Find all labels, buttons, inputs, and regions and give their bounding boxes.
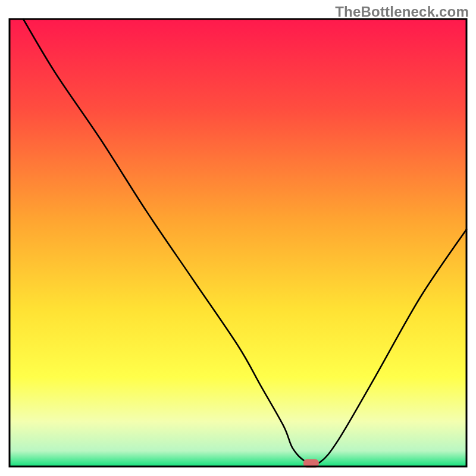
chart-svg bbox=[0, 0, 476, 476]
plot-background bbox=[10, 19, 466, 466]
watermark-text: TheBottleneck.com bbox=[335, 4, 469, 20]
bottleneck-chart: TheBottleneck.com bbox=[0, 0, 476, 476]
